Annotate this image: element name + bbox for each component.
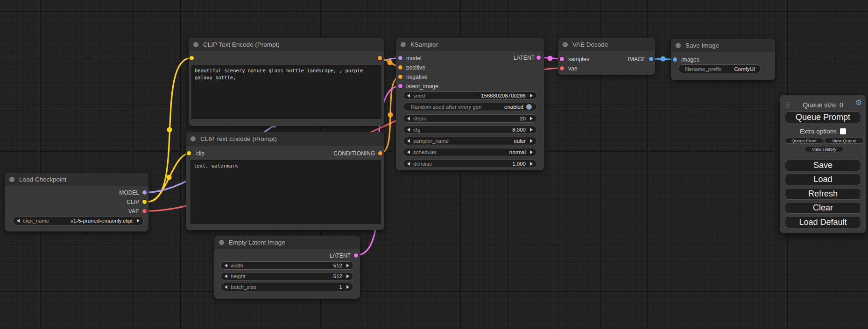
negative-prompt-textarea[interactable]: text, watermark xyxy=(191,160,381,224)
clear-button[interactable]: Clear xyxy=(785,202,861,214)
width-widget[interactable]: width 512 xyxy=(220,261,353,270)
vae-output-port[interactable] xyxy=(142,209,147,213)
scheduler-widget[interactable]: scheduler normal xyxy=(403,148,537,156)
node-vae-decode[interactable]: VAE Decode samples IMAGE vae xyxy=(558,38,655,75)
collapse-dot-icon[interactable] xyxy=(676,43,681,48)
negative-input-port[interactable] xyxy=(398,75,402,79)
decrement-arrow-icon[interactable] xyxy=(407,128,410,132)
decrement-arrow-icon[interactable] xyxy=(17,219,20,223)
filename-prefix-widget[interactable]: filename_prefix ComfyUI xyxy=(678,64,761,73)
increment-arrow-icon[interactable] xyxy=(346,274,349,278)
load-default-button[interactable]: Load Default xyxy=(785,216,861,228)
increment-arrow-icon[interactable] xyxy=(530,139,533,143)
cfg-widget[interactable]: cfg 8.000 xyxy=(403,126,537,134)
node-ksampler[interactable]: KSampler model LATENT positive negative … xyxy=(396,38,544,170)
widget-label: width xyxy=(231,263,243,268)
load-button[interactable]: Load xyxy=(785,174,861,185)
refresh-button[interactable]: Refresh xyxy=(785,188,861,200)
increment-arrow-icon[interactable] xyxy=(530,150,533,154)
latent-image-input-port[interactable] xyxy=(398,84,402,88)
ckpt-name-widget[interactable]: ckpt_name v1-5-pruned-emaonly.ckpt xyxy=(13,216,144,225)
decrement-arrow-icon[interactable] xyxy=(407,117,410,120)
denoise-widget[interactable]: denoise 1.000 xyxy=(403,160,537,168)
settings-gear-icon[interactable]: ⚙ xyxy=(855,99,862,106)
steps-widget[interactable]: steps 20 xyxy=(403,114,537,123)
decrement-arrow-icon[interactable] xyxy=(225,274,227,278)
node-titlebar[interactable]: Empty Latent Image xyxy=(214,236,360,249)
widget-label: scheduler xyxy=(413,149,437,155)
increment-arrow-icon[interactable] xyxy=(530,117,533,120)
queue-prompt-button[interactable]: Queue Prompt xyxy=(785,112,861,123)
collapse-dot-icon[interactable] xyxy=(401,42,406,47)
model-output-label: MODEL xyxy=(119,189,139,196)
height-widget[interactable]: height 512 xyxy=(220,272,353,280)
node-titlebar[interactable]: Save Image xyxy=(671,39,775,52)
model-output-port[interactable] xyxy=(142,190,147,195)
clip-output-port[interactable] xyxy=(142,200,147,204)
node-titlebar[interactable]: Load Checkpoint xyxy=(5,173,148,186)
node-clip-text-encode-negative[interactable]: CLIP Text Encode (Prompt) clip CONDITION… xyxy=(186,132,384,230)
conditioning-output-port[interactable] xyxy=(378,56,382,60)
negative-input-label: negative xyxy=(406,74,427,80)
images-input-port[interactable] xyxy=(673,57,677,62)
increment-arrow-icon[interactable] xyxy=(137,219,140,223)
collapse-dot-icon[interactable] xyxy=(193,42,198,47)
positive-input-port[interactable] xyxy=(398,65,402,70)
random-seed-toggle-widget[interactable]: Random seed after every gen enabled xyxy=(403,103,537,111)
extra-options-checkbox[interactable] xyxy=(840,128,846,134)
toggle-dot-icon[interactable] xyxy=(526,104,532,110)
comfyui-canvas[interactable]: { "colors":{ "clip":"#ffd21a", "model":"… xyxy=(0,0,868,329)
collapse-dot-icon[interactable] xyxy=(563,42,568,47)
latent-output-port[interactable] xyxy=(354,253,358,258)
widget-value: v1-5-pruned-emaonly.ckpt xyxy=(71,218,133,224)
vae-input-port[interactable] xyxy=(560,66,564,70)
conditioning-output-port[interactable] xyxy=(378,151,382,155)
save-button[interactable]: Save xyxy=(785,160,861,171)
queue-size-label: Queue size: 0 xyxy=(780,101,866,109)
image-output-label: IMAGE xyxy=(628,56,646,63)
node-titlebar[interactable]: CLIP Text Encode (Prompt) xyxy=(186,132,384,146)
clip-input-port[interactable] xyxy=(187,151,191,155)
node-titlebar[interactable]: VAE Decode xyxy=(558,38,655,51)
collapse-dot-icon[interactable] xyxy=(219,240,224,245)
node-empty-latent-image[interactable]: Empty Latent Image LATENT width 512 heig… xyxy=(214,236,360,299)
widget-label: height xyxy=(231,273,245,279)
samples-input-port[interactable] xyxy=(560,57,564,61)
decrement-arrow-icon[interactable] xyxy=(407,150,410,154)
increment-arrow-icon[interactable] xyxy=(346,285,349,289)
wire-clip-to-negative-prompt xyxy=(148,153,191,202)
collapse-dot-icon[interactable] xyxy=(9,177,14,182)
model-input-port[interactable] xyxy=(398,56,402,60)
queue-front-button[interactable]: Queue Front xyxy=(785,138,823,144)
view-queue-button[interactable]: View Queue xyxy=(825,138,864,144)
widget-value: ComfyUI xyxy=(734,66,755,72)
increment-arrow-icon[interactable] xyxy=(530,94,533,98)
node-save-image[interactable]: Save Image images filename_prefix ComfyU… xyxy=(671,39,775,80)
latent-output-label: LATENT xyxy=(330,252,351,259)
decrement-arrow-icon[interactable] xyxy=(407,139,410,143)
node-clip-text-encode-positive[interactable]: CLIP Text Encode (Prompt) clip CONDITION… xyxy=(189,38,384,126)
node-titlebar[interactable]: CLIP Text Encode (Prompt) xyxy=(189,38,384,51)
batch-size-widget[interactable]: batch_size 1 xyxy=(220,283,353,291)
latent-output-label: LATENT xyxy=(514,55,535,61)
seed-widget[interactable]: seed 156680208700286 xyxy=(403,91,537,100)
clip-input-port[interactable] xyxy=(190,56,194,60)
node-titlebar[interactable]: KSampler xyxy=(396,38,544,51)
decrement-arrow-icon[interactable] xyxy=(225,264,227,267)
increment-arrow-icon[interactable] xyxy=(346,264,349,267)
decrement-arrow-icon[interactable] xyxy=(407,94,410,98)
decrement-arrow-icon[interactable] xyxy=(225,285,227,289)
samples-input-label: samples xyxy=(568,56,589,63)
increment-arrow-icon[interactable] xyxy=(530,128,533,132)
node-load-checkpoint[interactable]: Load Checkpoint MODEL CLIP VAE ckpt_name… xyxy=(5,173,148,231)
latent-output-port[interactable] xyxy=(536,56,541,60)
view-history-button[interactable]: View History xyxy=(804,146,844,152)
positive-prompt-textarea[interactable]: beautiful scenery nature glass bottle la… xyxy=(191,65,381,119)
decrement-arrow-icon[interactable] xyxy=(407,162,410,166)
increment-arrow-icon[interactable] xyxy=(530,162,533,166)
collapse-dot-icon[interactable] xyxy=(191,136,196,141)
sampler-name-widget[interactable]: sampler_name euler xyxy=(403,137,537,145)
clip-output-label: CLIP xyxy=(127,199,139,205)
image-output-port[interactable] xyxy=(649,57,653,61)
widget-label: steps xyxy=(413,116,426,121)
